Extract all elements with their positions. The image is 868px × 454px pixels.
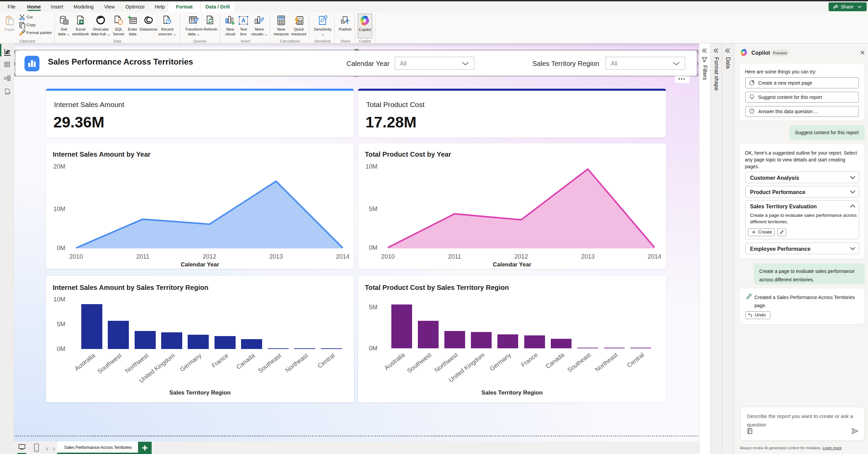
- svg-text:DAX: DAX: [5, 93, 10, 95]
- svg-text:A: A: [241, 17, 245, 24]
- svg-text:?: ?: [751, 109, 753, 113]
